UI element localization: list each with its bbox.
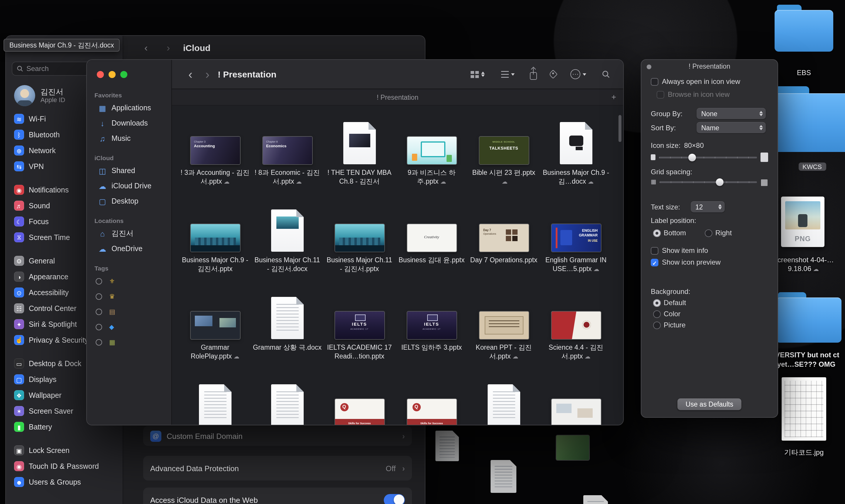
chord-chart-thumbnail [785, 381, 823, 437]
bg-picture-radio[interactable] [653, 321, 661, 329]
file-item[interactable]: Korean PPT - 김진 서.pptx☁ [468, 291, 540, 378]
minimize-button[interactable] [109, 71, 115, 78]
desktop-folder-2[interactable] [776, 292, 842, 343]
file-item[interactable]: ! THE TEN DAY MBA Ch.8 - 김진서 [323, 116, 396, 203]
avatar [14, 85, 35, 106]
show-item-info-row[interactable]: Show item info [651, 247, 708, 255]
bg-default-row[interactable]: Default [653, 299, 686, 307]
always-open-checkbox[interactable] [651, 78, 659, 85]
desktop-folder-kwcs[interactable] [773, 86, 845, 152]
file-item[interactable]: Chapter 3 Accounting ! 3과 Accounting - 김… [179, 116, 251, 203]
file-item[interactable]: Business Major Ch.11 - 김진서.pptx [323, 203, 396, 291]
bg-default-radio[interactable] [653, 299, 661, 307]
finder-sidebar-item[interactable]: ↓ Downloads [90, 115, 168, 131]
bg-picture-row[interactable]: Picture [653, 321, 686, 329]
finder-sidebar-tag[interactable]: ◆ [87, 319, 172, 335]
file-item[interactable]: Chapter 8 Economics ! 8과 Economic - 김진서.… [251, 116, 323, 203]
finder-sidebar-item[interactable]: ⌂ 김진서 [90, 226, 168, 241]
sort-by-popup[interactable]: Name [697, 122, 766, 133]
finder-sidebar-tag[interactable]: ⚜ [87, 273, 172, 289]
background-file-icon[interactable] [583, 495, 608, 504]
file-item[interactable]: Creativity Business 김대 윤.pptx [396, 203, 468, 291]
icloud-web-access-row[interactable]: Access iCloud Data on the Web [143, 488, 412, 504]
web-access-toggle[interactable] [384, 494, 405, 504]
search-button[interactable] [601, 70, 610, 78]
finder-sidebar-item[interactable]: ♫ Music [90, 131, 168, 146]
icon-size-value: 80×80 [684, 141, 704, 150]
tags-button[interactable] [550, 71, 556, 77]
settings-item-icon: ⚙ [14, 256, 24, 266]
file-item[interactable]: Business Major Ch.11 - 김진서.docx [251, 203, 323, 291]
close-button[interactable] [97, 71, 104, 78]
settings-item-icon: ◉ [14, 185, 24, 195]
grid-spacing-label: Grid spacing: [651, 168, 692, 176]
file-item[interactable] [540, 378, 612, 425]
file-item[interactable]: Business Major Ch.9 - 김진서.pptx [179, 203, 251, 291]
background-file-icon[interactable] [435, 431, 459, 461]
finder-sidebar-item[interactable]: ◫ Shared [90, 163, 168, 178]
group-by-popup[interactable]: None [697, 108, 766, 119]
settings-sidebar-item[interactable]: ◉ Touch ID & Password [6, 458, 123, 474]
settings-sidebar-item[interactable]: ☻ Users & Groups [6, 474, 123, 490]
settings-item-label: Desktop & Dock [29, 359, 81, 367]
file-item[interactable]: Business Major Ch.9 - 김…docx☁ [540, 116, 612, 203]
back-chevron-icon[interactable]: ‹ [144, 42, 148, 54]
desktop-folder-ebs[interactable] [775, 5, 833, 52]
desktop-screenshot-file[interactable]: PNG [781, 197, 825, 247]
background-photo-icon[interactable] [556, 435, 589, 460]
add-button[interactable]: + [611, 92, 616, 102]
share-button[interactable] [530, 69, 537, 79]
settings-item-label: Displays [29, 375, 57, 383]
finder-sidebar-tag[interactable]: ♛ [87, 289, 172, 304]
file-item[interactable] [468, 378, 540, 425]
file-item[interactable]: IELTS ACADEMIC 17 IELTS 임하주 3.pptx [396, 291, 468, 378]
back-button[interactable]: ‹ [188, 69, 193, 79]
finder-sidebar-item[interactable]: ☁ OneDrive [90, 241, 168, 256]
settings-item-label: Screen Saver [29, 407, 73, 415]
file-item[interactable]: Grammar 상황 극.docx [251, 291, 323, 378]
file-item[interactable]: ENGLISH GRAMMAR IN USE English Grammar I… [540, 203, 612, 291]
always-open-row[interactable]: Always open in icon view [651, 77, 740, 86]
bg-color-radio[interactable] [653, 310, 661, 318]
group-by-button[interactable] [501, 71, 515, 78]
file-item[interactable]: Grammar RolePlay.pptx☁ [179, 291, 251, 378]
file-item[interactable]: MIDDLE SCHOOL TALKSHEETS Bible 시편 23 편.p… [468, 116, 540, 203]
zoom-button[interactable] [120, 71, 127, 78]
file-item[interactable] [251, 378, 323, 425]
finder-sidebar-item[interactable]: ▢ Desktop [90, 194, 168, 209]
label-right-radio[interactable] [705, 229, 713, 237]
finder-sidebar-item[interactable]: ▦ Applications [90, 100, 168, 115]
desktop-guitar-chords-image[interactable] [781, 377, 826, 440]
finder-sidebar-item[interactable]: ☁ iCloud Drive [90, 178, 168, 194]
label-bottom-radio[interactable] [653, 229, 661, 237]
file-item[interactable]: IELTS ACADEMIC 17 IELTS ACADEMIC 17 Read… [323, 291, 396, 378]
grid-spacing-slider[interactable] [660, 178, 757, 186]
show-item-info-checkbox[interactable] [651, 247, 659, 254]
finder-sidebar-tag[interactable]: ▤ [87, 304, 172, 319]
custom-email-domain-row[interactable]: @ Custom Email Domain › [143, 426, 412, 446]
view-mode-button[interactable] [471, 71, 485, 78]
finder-sidebar-tag[interactable]: ▦ [87, 335, 172, 350]
file-item[interactable]: Skills for Success [323, 378, 396, 425]
more-actions-button[interactable]: ⋯ [570, 69, 586, 79]
bg-color-row[interactable]: Color [653, 310, 680, 318]
use-as-defaults-button[interactable]: Use as Defaults [678, 398, 741, 410]
file-name: Business 김대 윤.pptx [399, 256, 465, 264]
forward-button[interactable]: › [205, 69, 210, 79]
file-item[interactable]: Science 4.4 - 김진 서.pptx☁ [540, 291, 612, 378]
forward-chevron-icon[interactable]: › [167, 42, 170, 54]
file-item[interactable] [179, 378, 251, 425]
background-file-icon[interactable] [490, 460, 516, 493]
adp-value: Off [385, 464, 396, 473]
advanced-data-protection-row[interactable]: Advanced Data Protection Off › [143, 456, 412, 481]
file-item[interactable]: Skills for Success [396, 378, 468, 425]
file-item[interactable]: Day 7 Operations Day 7 Operations.pptx [468, 203, 540, 291]
scrollbar-thumb[interactable] [618, 115, 622, 142]
show-icon-preview-checkbox[interactable]: ✓ [651, 258, 659, 266]
text-size-popup[interactable]: 12 [691, 201, 725, 212]
file-name: Business Major Ch.9 - 김…docx☁ [541, 168, 611, 186]
file-item[interactable]: 9과 비즈니스 하 주.pptx☁ [396, 116, 468, 203]
settings-sidebar-item[interactable]: ▣ Lock Screen [6, 443, 123, 458]
icon-size-slider[interactable] [659, 153, 757, 161]
show-icon-preview-row[interactable]: ✓ Show icon preview [651, 258, 721, 266]
